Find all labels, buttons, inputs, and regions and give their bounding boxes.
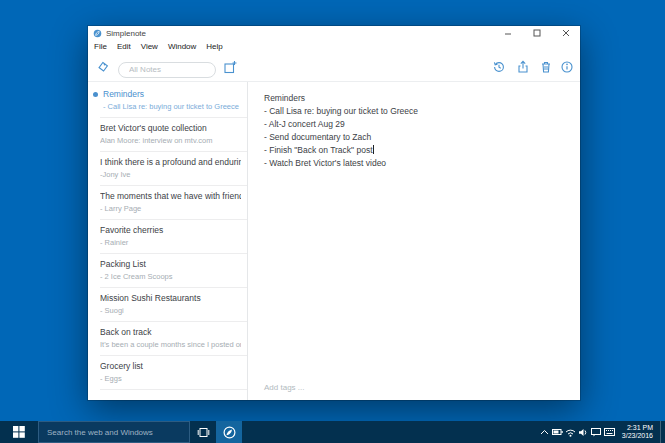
note-list-item[interactable]: Packing List - 2 Ice Cream Scoops: [88, 254, 247, 288]
clock-time: 2:31 PM: [627, 424, 653, 432]
notes-search-input[interactable]: [118, 62, 216, 78]
note-list-item[interactable]: Back on track It's been a couple months …: [88, 322, 247, 356]
note-excerpt: - Rainier: [100, 238, 241, 247]
taskbar-app-simplenote[interactable]: [216, 421, 242, 443]
close-icon: [562, 29, 570, 37]
note-excerpt: Alan Moore: interview on mtv.com: [100, 136, 241, 145]
editor-line: - Call Lisa re: buying our ticket to Gre…: [264, 105, 580, 118]
note-title: Bret Victor's quote collection: [100, 123, 241, 133]
note-excerpt: - 2 Ice Cream Scoops: [100, 272, 241, 281]
note-list-item[interactable]: Mission Sushi Restaurants - Suogi: [88, 288, 247, 322]
notes-search: [118, 58, 216, 74]
volume-status[interactable]: [577, 421, 590, 443]
note-list-item[interactable]: Grocery list - Eggs: [88, 356, 247, 390]
desktop: Simplenote File Edit View Window Help: [0, 0, 665, 443]
volume-icon: [578, 428, 588, 437]
network-icon: [565, 428, 576, 437]
chevron-up-icon: [540, 429, 549, 435]
minimize-icon: [504, 29, 512, 37]
note-list-item[interactable]: Favorite cherries - Rainier: [88, 220, 247, 254]
note-title: Favorite cherries: [100, 225, 241, 235]
add-tags-field[interactable]: Add tags ...: [264, 383, 304, 392]
start-button[interactable]: [0, 421, 38, 443]
simplenote-taskbar-icon: [223, 426, 236, 439]
note-editor[interactable]: Reminders - Call Lisa re: buying our tic…: [247, 82, 580, 400]
note-excerpt: - Larry Page: [100, 204, 241, 213]
note-title: Reminders: [103, 89, 241, 99]
notes-list: Reminders - Call Lisa re: buying our tic…: [88, 82, 247, 400]
editor-line: - Alt-J concert Aug 29: [264, 118, 580, 131]
window-content: Reminders - Call Lisa re: buying our tic…: [88, 82, 580, 400]
tag-icon: [96, 60, 110, 74]
editor-line-text: - Finish "Back on Track" post: [264, 145, 373, 155]
note-excerpt: -Jony Ive: [100, 170, 241, 179]
share-icon: [516, 60, 530, 74]
new-note-icon: [223, 60, 237, 74]
info-button[interactable]: [559, 59, 575, 75]
taskbar-clock[interactable]: 2:31 PM 3/23/2016: [616, 421, 660, 443]
toolbar: [88, 53, 580, 82]
network-status[interactable]: [564, 421, 577, 443]
window-title: Simplenote: [106, 29, 146, 38]
selected-note-dot: [93, 92, 98, 97]
menu-bar: File Edit View Window Help: [88, 40, 580, 53]
note-list-item[interactable]: I think there is a profound and enduring…: [88, 152, 247, 186]
action-center-button[interactable]: [590, 421, 603, 443]
taskbar-search-input[interactable]: [39, 427, 189, 438]
action-center-icon: [591, 428, 601, 437]
task-view-icon: [197, 427, 210, 438]
note-excerpt: - Eggs: [100, 374, 241, 383]
editor-line: - Send documentary to Zach: [264, 131, 580, 144]
system-tray: 2:31 PM 3/23/2016: [538, 421, 665, 443]
keyboard-icon: [604, 428, 615, 436]
minimize-button[interactable]: [493, 26, 522, 40]
note-title: The moments that we have with friends ..…: [100, 191, 241, 201]
menu-window[interactable]: Window: [163, 42, 201, 51]
trash-icon: [539, 60, 553, 74]
text-cursor: [373, 145, 374, 154]
note-excerpt: - Suogi: [100, 306, 241, 315]
note-list-item[interactable]: The moments that we have with friends ..…: [88, 186, 247, 220]
note-editor-text: Reminders - Call Lisa re: buying our tic…: [248, 82, 580, 170]
titlebar: Simplenote: [88, 26, 580, 40]
note-title: Grocery list: [100, 361, 241, 371]
menu-edit[interactable]: Edit: [112, 42, 136, 51]
note-list-item-reminders[interactable]: Reminders - Call Lisa re: buying our tic…: [88, 84, 247, 118]
maximize-button[interactable]: [522, 26, 551, 40]
taskbar-search: [38, 421, 190, 443]
editor-line-with-cursor: - Finish "Back on Track" post: [264, 144, 580, 157]
note-list-item[interactable]: Bret Victor's quote collection Alan Moor…: [88, 118, 247, 152]
editor-line: Reminders: [264, 92, 580, 105]
history-icon: [492, 60, 506, 74]
note-title: Mission Sushi Restaurants: [100, 293, 241, 303]
battery-status[interactable]: [551, 421, 564, 443]
taskbar-spacer: [242, 421, 538, 443]
note-title: Packing List: [100, 259, 241, 269]
show-desktop-button[interactable]: [660, 421, 665, 443]
editor-line: - Watch Bret Victor's latest video: [264, 157, 580, 170]
menu-view[interactable]: View: [136, 42, 163, 51]
new-note-button[interactable]: [222, 59, 238, 75]
close-button[interactable]: [551, 26, 580, 40]
trash-button[interactable]: [538, 59, 554, 75]
simplenote-window: Simplenote File Edit View Window Help: [88, 26, 580, 400]
windows-start-icon: [13, 426, 25, 438]
history-button[interactable]: [491, 59, 507, 75]
info-icon: [560, 60, 574, 74]
taskbar: 2:31 PM 3/23/2016: [0, 421, 665, 443]
tray-overflow-button[interactable]: [538, 421, 551, 443]
menu-help[interactable]: Help: [201, 42, 227, 51]
note-title: I think there is a profound and enduring…: [100, 157, 241, 167]
clock-date: 3/23/2016: [622, 432, 653, 440]
task-view-button[interactable]: [190, 421, 216, 443]
battery-icon: [552, 428, 563, 436]
simplenote-logo-icon: [93, 29, 102, 38]
menu-file[interactable]: File: [88, 42, 112, 51]
share-button[interactable]: [515, 59, 531, 75]
note-title: Back on track: [100, 327, 241, 337]
maximize-icon: [533, 29, 541, 37]
touch-keyboard-button[interactable]: [603, 421, 616, 443]
tags-button[interactable]: [95, 59, 111, 75]
note-excerpt: - Call Lisa re: buying our ticket to Gre…: [103, 102, 241, 111]
window-controls: [493, 26, 580, 40]
